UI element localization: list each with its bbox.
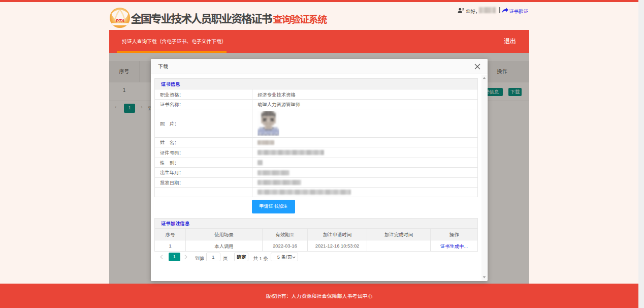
svg-text:PTA: PTA: [116, 18, 124, 23]
